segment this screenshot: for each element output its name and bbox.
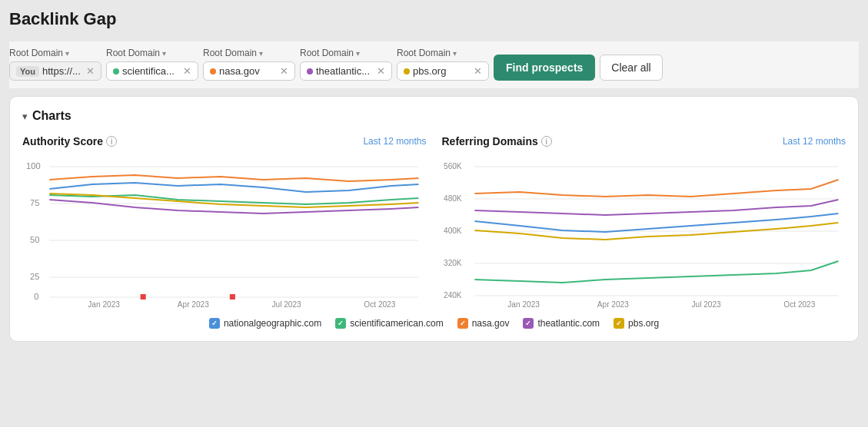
- page-title: Backlink Gap: [9, 9, 859, 29]
- domain-text-pbs: pbs.org: [413, 65, 446, 77]
- domain-label-5[interactable]: Root Domain ▾: [397, 48, 489, 58]
- close-icon-nasa[interactable]: ✕: [280, 66, 288, 76]
- svg-text:Apr 2023: Apr 2023: [597, 300, 628, 309]
- svg-text:50: 50: [30, 235, 39, 244]
- legend-check-ng: ✓: [209, 318, 220, 329]
- dot-atlantic: [307, 68, 313, 74]
- svg-text:Oct 2023: Oct 2023: [783, 300, 815, 309]
- authority-score-title: Authority Score: [22, 135, 103, 147]
- svg-text:100: 100: [26, 161, 41, 170]
- domain-label-3[interactable]: Root Domain ▾: [203, 48, 295, 58]
- svg-text:Jul 2023: Jul 2023: [691, 300, 721, 309]
- svg-text:400K: 400K: [444, 227, 462, 235]
- chevron-down-icon-5: ▾: [453, 49, 457, 58]
- domain-chip-atlantic[interactable]: theatlantic... ✕: [300, 61, 392, 81]
- domain-label-4[interactable]: Root Domain ▾: [300, 48, 392, 58]
- domain-text-nasa: nasa.gov: [219, 65, 260, 77]
- domain-group-4: Root Domain ▾ theatlantic... ✕: [300, 48, 392, 81]
- svg-text:Oct 2023: Oct 2023: [364, 300, 395, 309]
- clear-all-button[interactable]: Clear all: [600, 55, 662, 81]
- referring-domains-period[interactable]: Last 12 months: [783, 136, 846, 147]
- charts-toggle-icon[interactable]: ▾: [22, 111, 28, 122]
- top-bar: Root Domain ▾ You https://... ✕ Root Dom…: [9, 41, 859, 88]
- domain-chip-nasa[interactable]: nasa.gov ✕: [203, 61, 295, 81]
- legend-check-pbs: ✓: [614, 318, 624, 329]
- svg-text:240K: 240K: [444, 291, 462, 300]
- svg-text:0: 0: [34, 292, 38, 301]
- authority-score-section: Authority Score i Last 12 months 100 75 …: [22, 135, 427, 309]
- domain-group-2: Root Domain ▾ scientifica... ✕: [106, 48, 198, 81]
- legend-label-nasa: nasa.gov: [472, 318, 510, 329]
- charts-card: ▾ Charts Authority Score i Last 12 month…: [9, 96, 859, 342]
- domain-text-sci: scientifica...: [122, 65, 175, 77]
- svg-rect-10: [141, 294, 146, 300]
- authority-score-chart: 100 75 50 25 0: [22, 155, 427, 309]
- legend-label-sci: scientificamerican.com: [350, 318, 443, 329]
- domain-group-1: Root Domain ▾ You https://... ✕: [9, 48, 101, 81]
- domain-chip-pbs[interactable]: pbs.org ✕: [397, 61, 489, 81]
- referring-domains-chart: 560K 480K 400K 320K 240K: [442, 155, 846, 309]
- charts-section-title: Charts: [32, 109, 72, 123]
- legend-item-nasa[interactable]: ✓ nasa.gov: [457, 318, 510, 329]
- authority-score-period[interactable]: Last 12 months: [363, 136, 426, 147]
- legend-item-atlantic[interactable]: ✓ theatlantic.com: [523, 318, 600, 329]
- close-icon-pbs[interactable]: ✕: [474, 66, 482, 76]
- domain-label-2[interactable]: Root Domain ▾: [106, 48, 198, 58]
- legend-check-sci: ✓: [335, 318, 346, 329]
- svg-text:Apr 2023: Apr 2023: [178, 300, 209, 309]
- chevron-down-icon-3: ▾: [259, 49, 263, 58]
- svg-text:25: 25: [30, 272, 39, 281]
- svg-text:Jul 2023: Jul 2023: [271, 300, 301, 309]
- domain-text-atlantic: theatlantic...: [316, 65, 370, 77]
- referring-domains-title: Referring Domains: [442, 135, 538, 147]
- svg-text:Jan 2023: Jan 2023: [88, 300, 120, 309]
- find-prospects-button[interactable]: Find prospects: [494, 55, 595, 81]
- dot-sci: [113, 68, 119, 74]
- svg-text:560K: 560K: [444, 162, 462, 170]
- referring-domains-info-icon[interactable]: i: [541, 136, 552, 147]
- legend-check-atlantic: ✓: [523, 318, 534, 329]
- legend-label-ng: nationalgeographic.com: [224, 318, 321, 329]
- svg-rect-11: [230, 294, 235, 300]
- legend-item-sci[interactable]: ✓ scientificamerican.com: [335, 318, 443, 329]
- svg-text:75: 75: [30, 198, 39, 207]
- legend-label-pbs: pbs.org: [628, 318, 659, 329]
- domain-group-5: Root Domain ▾ pbs.org ✕: [397, 48, 489, 81]
- legend-label-atlantic: theatlantic.com: [537, 318, 600, 329]
- legend-item-pbs[interactable]: ✓ pbs.org: [614, 318, 659, 329]
- close-icon-sci[interactable]: ✕: [183, 66, 191, 76]
- chart-legend: ✓ nationalgeographic.com ✓ scientificame…: [22, 318, 846, 329]
- domain-group-3: Root Domain ▾ nasa.gov ✕: [203, 48, 295, 81]
- domain-label-1[interactable]: Root Domain ▾: [9, 48, 101, 58]
- authority-score-info-icon[interactable]: i: [106, 136, 117, 147]
- svg-text:320K: 320K: [444, 259, 462, 267]
- dot-nasa: [210, 68, 216, 74]
- domain-chip-you[interactable]: You https://... ✕: [9, 61, 101, 81]
- chevron-down-icon-1: ▾: [65, 49, 69, 58]
- chevron-down-icon-4: ▾: [356, 49, 360, 58]
- svg-text:480K: 480K: [444, 194, 462, 203]
- referring-domains-section: Referring Domains i Last 12 months 560K …: [442, 135, 846, 309]
- close-icon-you[interactable]: ✕: [86, 66, 95, 76]
- chevron-down-icon-2: ▾: [162, 49, 166, 58]
- you-badge: You: [16, 66, 39, 77]
- domain-text-you: https://...: [42, 65, 81, 77]
- svg-text:Jan 2023: Jan 2023: [507, 300, 540, 309]
- domain-chip-sci[interactable]: scientifica... ✕: [106, 61, 198, 81]
- dot-pbs: [404, 68, 410, 74]
- legend-check-nasa: ✓: [457, 318, 468, 329]
- legend-item-ng[interactable]: ✓ nationalgeographic.com: [209, 318, 321, 329]
- close-icon-atlantic[interactable]: ✕: [377, 66, 385, 76]
